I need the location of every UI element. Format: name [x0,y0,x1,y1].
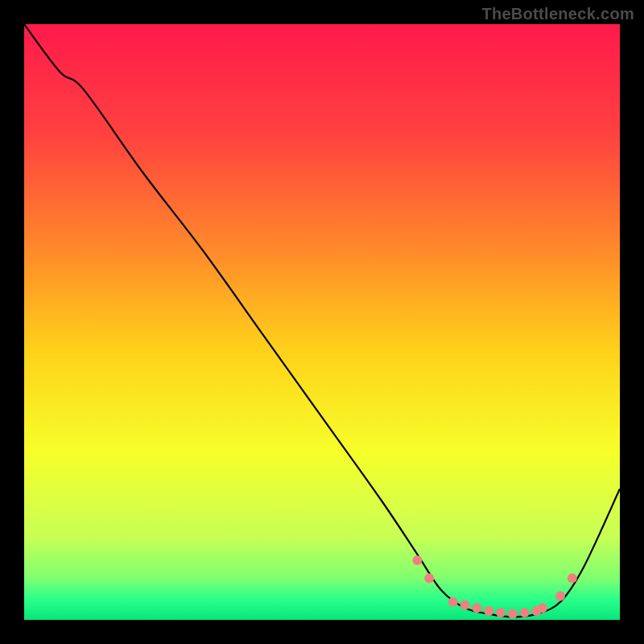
marker-point [538,603,547,613]
watermark-text: TheBottleneck.com [481,5,634,23]
marker-point [520,608,530,617]
marker-point [484,606,493,616]
marker-point [568,573,577,583]
marker-point [472,603,481,613]
marker-point [496,608,506,617]
marker-point [460,601,470,610]
plot-area [24,24,620,620]
marker-point [508,609,518,619]
marker-point [448,597,458,607]
bottleneck-chart [24,24,620,620]
marker-point [555,591,565,601]
chart-frame: TheBottleneck.com [0,0,644,644]
gradient-background [24,24,620,620]
marker-point [424,573,434,583]
marker-point [412,555,422,565]
